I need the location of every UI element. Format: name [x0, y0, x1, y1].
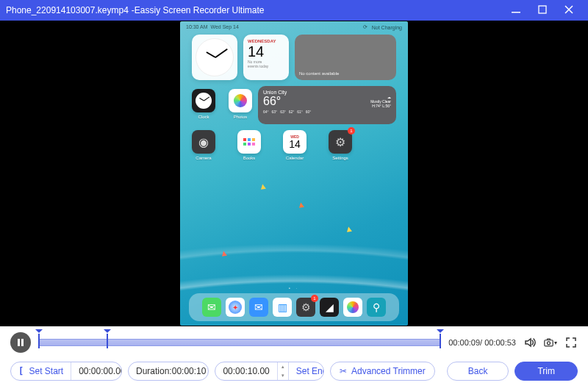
trim-toolbar: [ Set Start 00:00:00.00 ▲▼ Duration:00:0… [0, 356, 588, 391]
svg-rect-2 [18, 339, 20, 346]
set-end-group: 00:00:10.00 ▲▼ Set End ] [215, 362, 324, 381]
playback-controls: 00:00:09/ 00:00:53 ▾ [0, 326, 588, 356]
advanced-trimmer-button[interactable]: ✂ Advanced Trimmer [330, 362, 435, 381]
time-display: 00:00:09/ 00:00:53 [448, 338, 516, 347]
pause-button[interactable] [10, 332, 31, 353]
svg-rect-1 [539, 6, 546, 13]
app-name: Eassiy Screen Recorder Ultimate [135, 5, 265, 15]
page-indicator: • · [180, 286, 408, 290]
duration-group: Duration:00:00:10 ▲▼ [128, 362, 209, 381]
end-time-input[interactable]: 00:00:10.00 [215, 362, 276, 380]
dock-photos [343, 298, 362, 317]
app-calendar: WED14Calendar [283, 130, 306, 160]
device-statusbar: 10:30 AM Wed Sep 14 ⟳Not Charging [180, 24, 408, 30]
set-start-group: [ Set Start 00:00:00.00 ▲▼ [10, 362, 122, 381]
dock-search: ⚲ [367, 298, 386, 317]
weather-widget: Union City 66° ☁︎ Mostly Clear H:74° L:5… [258, 86, 396, 124]
calendar-widget: WEDNESDAY 14 No more events today [243, 35, 289, 80]
device-screen: ▴ ▴ ▴ ▴ 10:30 AM Wed Sep 14 ⟳Not Chargin… [180, 21, 408, 326]
fullscreen-icon[interactable] [564, 336, 578, 349]
app-settings: ⚙1Settings [329, 130, 352, 160]
trim-start-handle[interactable] [38, 334, 40, 348]
back-button[interactable]: Back [447, 362, 509, 381]
set-start-button[interactable]: [ Set Start [11, 362, 71, 380]
trim-end-handle[interactable] [440, 334, 441, 348]
maximize-button[interactable] [529, 4, 556, 16]
playhead[interactable] [107, 334, 108, 348]
timeline-slider[interactable] [38, 335, 441, 350]
empty-widget: No content available [295, 35, 396, 80]
trim-button[interactable]: Trim [514, 362, 578, 381]
svg-rect-4 [545, 340, 553, 346]
start-time-input[interactable]: 00:00:00.00 [71, 362, 122, 380]
svg-rect-0 [512, 12, 520, 13]
dock-shortcuts: ◢ [320, 298, 339, 317]
dock-files: ▥ [273, 298, 292, 317]
dock-mail: ✉ [249, 298, 268, 317]
app-books: Books [237, 130, 261, 160]
snapshot-icon[interactable]: ▾ [544, 336, 557, 349]
svg-point-5 [547, 342, 550, 345]
titlebar: Phone_220914103007.keymp4 - Eassiy Scree… [0, 0, 588, 21]
end-stepper[interactable]: ▲▼ [277, 362, 288, 380]
file-name: Phone_220914103007.keymp4 [6, 5, 129, 15]
dock: ✉ ✦ ✉ ▥ ⚙1 ◢ ⚲ [189, 293, 399, 321]
duration-input[interactable]: Duration:00:00:10 [129, 362, 209, 380]
app-clock: Clock [192, 89, 215, 124]
scissors-icon: ✂ [340, 366, 347, 376]
clock-widget [192, 35, 237, 80]
dock-settings: ⚙1 [296, 298, 315, 317]
video-preview: ▴ ▴ ▴ ▴ 10:30 AM Wed Sep 14 ⟳Not Chargin… [0, 21, 588, 326]
minimize-button[interactable] [503, 4, 529, 16]
volume-icon[interactable] [523, 336, 537, 349]
app-photos: Photos [229, 89, 252, 124]
app-camera: ◉Camera [192, 130, 215, 160]
dock-messages: ✉ [202, 298, 221, 317]
svg-rect-3 [21, 339, 24, 346]
set-end-button[interactable]: Set End ] [288, 362, 324, 380]
close-button[interactable] [556, 4, 582, 16]
dock-safari: ✦ [226, 298, 245, 317]
